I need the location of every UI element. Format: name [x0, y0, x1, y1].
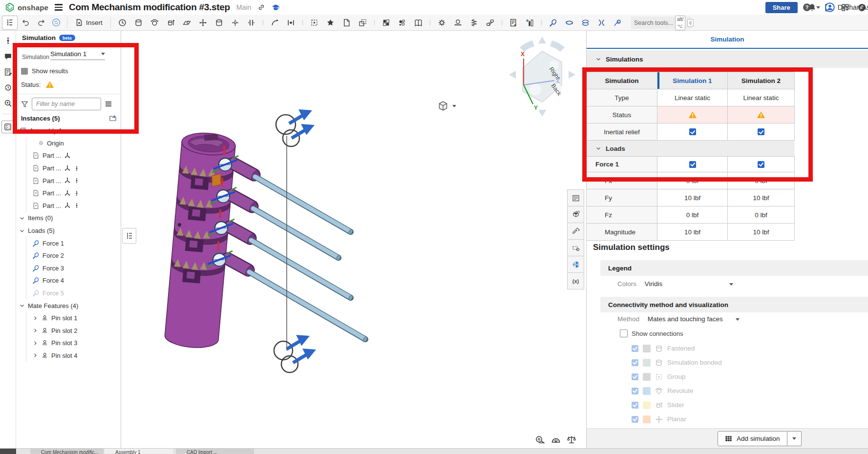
help-icon[interactable]: [803, 3, 811, 12]
insert-button[interactable]: Insert: [71, 19, 106, 26]
checkbox-checked[interactable]: [689, 128, 696, 135]
history-icon[interactable]: [4, 83, 12, 92]
tree-item-part[interactable]: Part ...: [26, 187, 120, 200]
tree-item-pin-slot[interactable]: Pin slot 4: [26, 350, 120, 362]
cam-rods[interactable]: [228, 164, 368, 343]
variables-icon[interactable]: (x): [568, 273, 584, 289]
tree-item-pin-slot[interactable]: Pin slot 3: [26, 337, 120, 350]
rack-pinion-icon[interactable]: [450, 16, 466, 29]
pin-slot-mate-icon[interactable]: [228, 16, 243, 29]
list-options-icon[interactable]: [105, 100, 112, 108]
loads-section-header[interactable]: Loads: [587, 141, 795, 157]
view-options-icon[interactable]: [568, 190, 584, 206]
fix-icon[interactable]: [323, 16, 338, 29]
mate-connector-icon[interactable]: [283, 16, 298, 29]
force-arrows-bottom[interactable]: [287, 337, 313, 363]
force-load-icon[interactable]: [546, 16, 561, 29]
connection-checkbox[interactable]: [632, 402, 638, 409]
tree-item-force[interactable]: Force 3: [26, 262, 120, 275]
connection-checkbox[interactable]: [632, 373, 638, 380]
tab-assembly[interactable]: Assembly 1: [105, 449, 173, 454]
chevron-right-icon[interactable]: [32, 328, 38, 333]
feature-list-toggle[interactable]: [2, 16, 18, 30]
view-menu[interactable]: [438, 101, 456, 111]
tree-item-assembly[interactable]: Assembly 1: [19, 124, 120, 137]
fx-sim2[interactable]: 0 lbf: [728, 172, 795, 189]
tree-item-force[interactable]: Force 1: [26, 237, 120, 249]
snap-mode-icon[interactable]: [267, 16, 282, 29]
named-views-icon[interactable]: [568, 256, 584, 273]
notes-icon[interactable]: [4, 68, 12, 76]
update-button[interactable]: [49, 16, 63, 29]
tree-section-mate-features[interactable]: Mate Features (4): [19, 299, 120, 312]
undo-button[interactable]: [19, 16, 33, 29]
tree-item-pin-slot[interactable]: Pin slot 2: [26, 325, 120, 337]
3d-viewport[interactable]: Right Back X Z Y: [121, 31, 586, 448]
simulation-select[interactable]: Simulation 1: [50, 50, 105, 60]
method-dropdown-caret[interactable]: [736, 318, 740, 321]
filter-input[interactable]: [32, 98, 101, 110]
main-menu-icon[interactable]: [55, 4, 63, 10]
inertial-sim2[interactable]: [728, 124, 795, 141]
tree-item-part[interactable]: Part ...: [26, 162, 120, 175]
hidden-instances-icon[interactable]: [568, 206, 584, 223]
transform-icon[interactable]: [355, 16, 370, 29]
status-sim2[interactable]: [728, 106, 795, 124]
checkbox-checked[interactable]: [758, 161, 764, 168]
connection-checkbox[interactable]: [632, 388, 638, 394]
force1-sim2[interactable]: [728, 157, 795, 172]
show-connections-checkbox[interactable]: [620, 330, 628, 337]
force1-sim1[interactable]: [657, 157, 728, 172]
tree-item-part[interactable]: Part ...: [26, 149, 120, 162]
comments-icon[interactable]: [4, 52, 12, 61]
search-help-icon[interactable]: [4, 99, 12, 107]
table-header-sim2[interactable]: Simulation 2: [728, 72, 795, 89]
tab-simulation[interactable]: Simulation: [587, 31, 868, 49]
status-sim1[interactable]: [657, 106, 728, 124]
view-cube[interactable]: Right Back X Z Y: [509, 37, 575, 117]
tree-item-force[interactable]: Force 4: [26, 274, 120, 287]
tape-measure-icon[interactable]: [535, 435, 545, 445]
pressure-load-icon[interactable]: [594, 16, 609, 29]
onshape-logo[interactable]: onshape: [5, 2, 48, 12]
learning-center-icon[interactable]: [272, 3, 280, 12]
tree-section-items[interactable]: Items (0): [19, 212, 120, 225]
fz-sim2[interactable]: 0 lbf: [728, 206, 795, 224]
type-sim2[interactable]: Linear static: [728, 89, 795, 106]
warning-icon[interactable]: [45, 80, 54, 89]
insert-column-icon[interactable]: [522, 16, 537, 29]
group-icon[interactable]: [307, 16, 322, 29]
gear-relation-icon[interactable]: [395, 16, 410, 29]
tree-flyout-toggle[interactable]: [122, 228, 136, 244]
copy-link-icon[interactable]: [257, 3, 265, 11]
mass-properties-icon[interactable]: [567, 435, 576, 445]
tree-item-force[interactable]: Force 5: [26, 287, 120, 300]
simulation-panel-icon[interactable]: [1, 121, 14, 133]
chevron-right-icon[interactable]: [32, 315, 38, 321]
ball-mate-icon[interactable]: [195, 16, 211, 29]
fx-sim1[interactable]: 0 lbf: [657, 172, 728, 189]
chevron-right-icon[interactable]: [32, 340, 38, 346]
named-positions-icon[interactable]: [339, 16, 354, 29]
remote-load-icon[interactable]: [610, 16, 625, 29]
show-results-checkbox[interactable]: [21, 68, 28, 75]
tree-item-origin[interactable]: Origin: [26, 137, 120, 150]
simulations-section-header[interactable]: Simulations: [587, 50, 868, 68]
tree-item-pin-slot[interactable]: Pin slot 1: [26, 312, 120, 325]
magnitude-sim2[interactable]: 10 lbf: [728, 224, 795, 241]
slider-mate-icon[interactable]: [163, 16, 178, 29]
connection-checkbox[interactable]: [632, 416, 638, 423]
tree-item-force[interactable]: Force 2: [26, 249, 120, 262]
checkbox-checked[interactable]: [689, 161, 696, 168]
tab-part-studio[interactable]: Com Mechanism modific...: [30, 449, 104, 454]
animate-icon[interactable]: [115, 16, 130, 29]
bom-icon[interactable]: [506, 16, 521, 29]
revolute-mate-icon[interactable]: [147, 16, 162, 29]
planar-mate-icon[interactable]: [179, 16, 194, 29]
appearance-icon[interactable]: [568, 223, 584, 240]
tree-item-part[interactable]: Part ...: [26, 200, 120, 212]
filter-icon[interactable]: [21, 101, 28, 108]
fz-sim1[interactable]: 0 lbf: [657, 206, 728, 224]
cylindrical-mate-icon[interactable]: [212, 16, 227, 29]
instances-rail-icon[interactable]: [4, 37, 12, 45]
